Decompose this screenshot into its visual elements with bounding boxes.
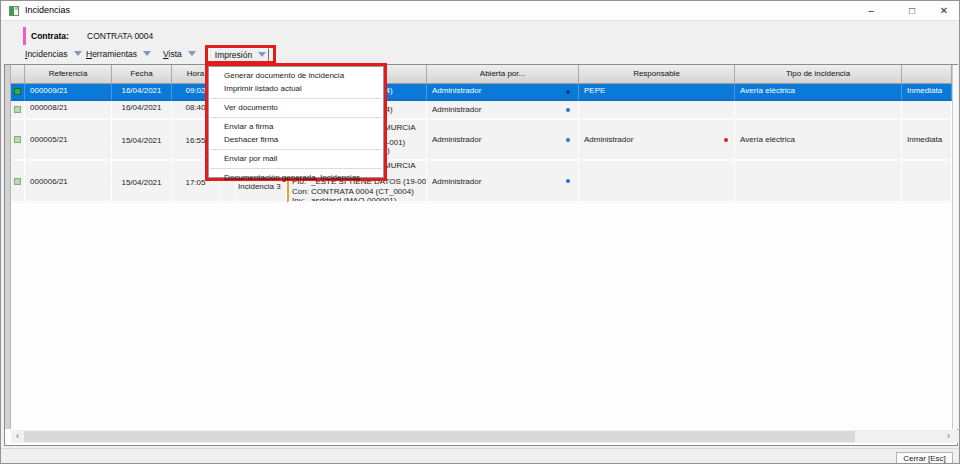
header-fecha[interactable]: Fecha [112,65,172,84]
menu-item-ver-documento[interactable]: Ver documento [209,101,383,114]
marker-dot-red-icon [724,138,728,142]
marker-dot-icon [566,179,570,183]
cell-tipo [735,161,902,203]
menu-separator [210,114,382,118]
horizontal-scrollbar[interactable]: ‹ › [11,430,958,443]
header-referencia[interactable]: Referencia [25,65,112,84]
cell-referencia: 000006/21 [25,161,112,203]
status-green-icon [14,136,21,143]
menu-item-deshacer-firma[interactable]: Deshacer firma [209,133,383,146]
incidencias-grid: Referencia Fecha Hora Abierta por... Res… [4,64,958,446]
marker-dot-icon [566,108,570,112]
header-abierta-por[interactable]: Abierta por... [427,65,579,84]
status-green-icon [14,106,21,113]
cell-tipo [735,101,902,120]
table-row[interactable]: 000009/21 16/04/2021 09:02 04) Administr… [11,84,952,101]
chevron-down-icon [188,51,196,56]
cell-abierta-por: Administrador [427,120,579,161]
cell-referencia: 000008/21 [25,101,112,120]
grid-rows: 000009/21 16/04/2021 09:02 04) Administr… [11,84,952,203]
menu-herramientas[interactable]: Herramientas [86,49,151,63]
marker-dot-icon [566,90,570,94]
contrata-value: CONTRATA 0004 [87,31,153,41]
app-icon [9,6,19,16]
cell-tipo: Avería eléctrica [735,120,902,161]
menu-impresion-button[interactable]: Impresión [212,48,269,63]
chevron-down-icon [143,51,151,56]
menubar: Incidencias Herramientas Vista Impresión [1,47,959,63]
cell-referencia: 000009/21 [25,84,112,101]
header-tipo-incidencia[interactable]: Tipo de incidencia [735,65,902,84]
menu-item-enviar-por-mail[interactable]: Enviar por mail [209,152,383,165]
cell-fecha: 15/04/2021 [112,161,172,203]
cell-responsable [579,101,735,120]
cell-fecha: 16/04/2021 [112,84,172,101]
scroll-left-icon[interactable]: ‹ [11,430,24,443]
cell-tipo: Avería eléctrica [735,84,902,101]
cell-prioridad: Inmediata [902,120,952,161]
minimize-button[interactable]: – [857,1,885,21]
status-green-icon [14,178,21,185]
marker-dot-icon [566,138,570,142]
table-row[interactable]: 000006/21 15/04/2021 17:05 Incidencia 3 … [11,161,952,203]
window-title: Incidencias [25,5,70,15]
menu-item-enviar-a-firma[interactable]: Enviar a firma [209,120,383,133]
grid-right-filler [952,65,958,429]
header-responsable[interactable]: Responsable [579,65,735,84]
cerrar-button[interactable]: Cerrar [Esc] [896,452,953,464]
cell-fecha: 15/04/2021 [112,120,172,161]
header-icon-col[interactable] [11,65,25,84]
status-green-icon [14,88,21,95]
cell-referencia: 000005/21 [25,120,112,161]
menu-item-imprimir-listado[interactable]: Imprimir listado actual [209,82,383,95]
cell-responsable: PEPE [579,84,735,101]
statusbar: Cerrar [Esc] [1,448,959,464]
cell-prioridad: Inmediata [902,84,952,101]
header-prioridad[interactable] [902,65,952,84]
titlebar: Incidencias – □ ✕ [1,1,959,21]
menu-vista[interactable]: Vista [163,49,196,63]
incidencias-window: Incidencias – □ ✕ Contrata: CONTRATA 000… [0,0,960,464]
maximize-button[interactable]: □ [898,1,926,21]
cell-abierta-por: Administrador [427,101,579,120]
contrata-bar: Contrata: CONTRATA 0004 [1,26,959,46]
cell-fecha: 16/04/2021 [112,101,172,120]
scroll-right-icon[interactable]: › [942,430,955,443]
menu-separator [210,95,382,99]
impresion-dropdown-menu: Generar documento de incidencia Imprimir… [205,63,387,181]
menu-separator [210,165,382,169]
close-icon[interactable]: ✕ [930,1,958,21]
cell-prioridad [902,161,952,203]
cell-responsable: Administrador [579,120,735,161]
table-row[interactable]: 000005/21 15/04/2021 16:55 MURCIA (19-00… [11,120,952,161]
grid-header-row: Referencia Fecha Hora Abierta por... Res… [11,65,952,84]
cell-responsable [579,161,735,203]
menu-incidencias[interactable]: Incidencias [25,49,82,63]
cell-abierta-por: Administrador [427,84,579,101]
menu-separator [210,146,382,150]
chevron-down-icon [74,51,82,56]
table-row[interactable]: 000008/21 16/04/2021 08:40 04) Administr… [11,101,952,120]
chevron-down-icon [258,52,266,57]
cell-abierta-por: Administrador [427,161,579,203]
menu-item-documentacion-generada[interactable]: Documentación generada. Incidencias [209,171,383,184]
contrata-label: Contrata: [31,31,69,41]
menu-item-generar-documento[interactable]: Generar documento de incidencia [209,69,383,82]
cell-prioridad [902,101,952,120]
scrollbar-thumb[interactable] [24,431,855,442]
pink-accent-bar [23,27,26,45]
